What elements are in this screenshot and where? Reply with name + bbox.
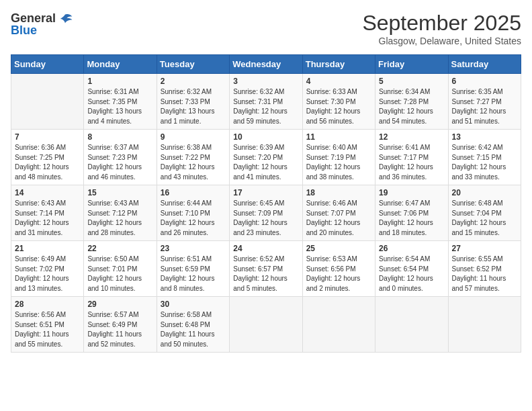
day-number: 30	[161, 300, 226, 309]
day-number: 12	[379, 132, 444, 142]
day-info: Sunrise: 6:55 AMSunset: 6:52 PMDaylight:…	[452, 255, 517, 293]
day-info: Sunrise: 6:34 AMSunset: 7:28 PMDaylight:…	[379, 87, 444, 126]
day-number: 8	[87, 132, 152, 142]
day-number: 23	[161, 244, 226, 253]
calendar-cell: 10Sunrise: 6:39 AMSunset: 7:20 PMDayligh…	[230, 130, 302, 185]
day-number: 24	[233, 244, 298, 253]
day-info: Sunrise: 6:47 AMSunset: 7:06 PMDaylight:…	[379, 199, 444, 238]
day-info: Sunrise: 6:51 AMSunset: 6:59 PMDaylight:…	[161, 255, 226, 293]
calendar-cell: 19Sunrise: 6:47 AMSunset: 7:06 PMDayligh…	[375, 185, 448, 241]
day-info: Sunrise: 6:31 AMSunset: 7:35 PMDaylight:…	[87, 87, 152, 126]
logo: General Blue	[11, 11, 73, 38]
day-info: Sunrise: 6:58 AMSunset: 6:48 PMDaylight:…	[161, 310, 226, 349]
calendar-cell	[448, 297, 521, 353]
calendar-cell: 11Sunrise: 6:40 AMSunset: 7:19 PMDayligh…	[302, 130, 375, 185]
day-number: 19	[379, 188, 444, 197]
day-number: 11	[306, 132, 371, 142]
logo-bird-icon	[57, 11, 73, 27]
calendar-cell: 29Sunrise: 6:57 AMSunset: 6:49 PMDayligh…	[84, 297, 157, 353]
day-info: Sunrise: 6:42 AMSunset: 7:15 PMDaylight:…	[452, 143, 517, 182]
calendar-cell	[230, 297, 302, 353]
calendar-cell: 1Sunrise: 6:31 AMSunset: 7:35 PMDaylight…	[84, 74, 157, 130]
day-info: Sunrise: 6:45 AMSunset: 7:09 PMDaylight:…	[233, 199, 298, 238]
calendar-cell: 18Sunrise: 6:46 AMSunset: 7:07 PMDayligh…	[302, 185, 375, 241]
calendar-week-row: 21Sunrise: 6:49 AMSunset: 7:02 PMDayligh…	[11, 241, 521, 297]
day-number: 5	[379, 77, 444, 86]
calendar-header-row: SundayMondayTuesdayWednesdayThursdayFrid…	[11, 55, 521, 74]
day-info: Sunrise: 6:43 AMSunset: 7:14 PMDaylight:…	[15, 199, 80, 238]
calendar-header-monday: Monday	[84, 55, 157, 74]
day-number: 15	[87, 188, 152, 197]
calendar-cell	[11, 74, 84, 130]
calendar-cell: 23Sunrise: 6:51 AMSunset: 6:59 PMDayligh…	[157, 241, 229, 297]
day-info: Sunrise: 6:50 AMSunset: 7:01 PMDaylight:…	[87, 255, 152, 293]
day-number: 22	[87, 244, 152, 253]
day-number: 14	[15, 188, 80, 197]
calendar-cell: 7Sunrise: 6:36 AMSunset: 7:25 PMDaylight…	[11, 130, 84, 185]
calendar-cell: 8Sunrise: 6:37 AMSunset: 7:23 PMDaylight…	[84, 130, 157, 185]
day-info: Sunrise: 6:37 AMSunset: 7:23 PMDaylight:…	[87, 143, 152, 182]
calendar-cell: 4Sunrise: 6:33 AMSunset: 7:30 PMDaylight…	[302, 74, 375, 130]
calendar-header-friday: Friday	[375, 55, 448, 74]
day-info: Sunrise: 6:54 AMSunset: 6:54 PMDaylight:…	[379, 255, 444, 293]
location: Glasgow, Delaware, United States	[362, 36, 521, 46]
calendar-cell: 25Sunrise: 6:53 AMSunset: 6:56 PMDayligh…	[302, 241, 375, 297]
day-info: Sunrise: 6:57 AMSunset: 6:49 PMDaylight:…	[87, 310, 152, 349]
day-info: Sunrise: 6:35 AMSunset: 7:27 PMDaylight:…	[452, 87, 517, 126]
calendar-cell: 28Sunrise: 6:56 AMSunset: 6:51 PMDayligh…	[11, 297, 84, 353]
day-info: Sunrise: 6:32 AMSunset: 7:33 PMDaylight:…	[161, 87, 226, 126]
day-info: Sunrise: 6:56 AMSunset: 6:51 PMDaylight:…	[15, 310, 80, 349]
calendar-cell: 20Sunrise: 6:48 AMSunset: 7:04 PMDayligh…	[448, 185, 521, 241]
day-info: Sunrise: 6:46 AMSunset: 7:07 PMDaylight:…	[306, 199, 371, 238]
calendar-header-sunday: Sunday	[11, 55, 84, 74]
calendar-week-row: 28Sunrise: 6:56 AMSunset: 6:51 PMDayligh…	[11, 297, 521, 353]
calendar-cell: 6Sunrise: 6:35 AMSunset: 7:27 PMDaylight…	[448, 74, 521, 130]
day-number: 6	[452, 77, 517, 86]
day-number: 27	[452, 244, 517, 253]
day-number: 16	[161, 188, 226, 197]
day-info: Sunrise: 6:40 AMSunset: 7:19 PMDaylight:…	[306, 143, 371, 182]
calendar-cell: 30Sunrise: 6:58 AMSunset: 6:48 PMDayligh…	[157, 297, 229, 353]
day-number: 7	[15, 132, 80, 142]
calendar-cell: 12Sunrise: 6:41 AMSunset: 7:17 PMDayligh…	[375, 130, 448, 185]
day-number: 28	[15, 300, 80, 309]
calendar-cell	[302, 297, 375, 353]
day-info: Sunrise: 6:43 AMSunset: 7:12 PMDaylight:…	[87, 199, 152, 238]
day-info: Sunrise: 6:36 AMSunset: 7:25 PMDaylight:…	[15, 143, 80, 182]
calendar-cell: 2Sunrise: 6:32 AMSunset: 7:33 PMDaylight…	[157, 74, 229, 130]
day-info: Sunrise: 6:53 AMSunset: 6:56 PMDaylight:…	[306, 255, 371, 293]
calendar-cell	[375, 297, 448, 353]
day-number: 18	[306, 188, 371, 197]
day-number: 9	[161, 132, 226, 142]
day-number: 2	[161, 77, 226, 86]
day-info: Sunrise: 6:38 AMSunset: 7:22 PMDaylight:…	[161, 143, 226, 182]
calendar-cell: 16Sunrise: 6:44 AMSunset: 7:10 PMDayligh…	[157, 185, 229, 241]
calendar-table: SundayMondayTuesdayWednesdayThursdayFrid…	[11, 54, 521, 353]
day-info: Sunrise: 6:33 AMSunset: 7:30 PMDaylight:…	[306, 87, 371, 126]
day-number: 13	[452, 132, 517, 142]
calendar-header-tuesday: Tuesday	[157, 55, 229, 74]
calendar-cell: 14Sunrise: 6:43 AMSunset: 7:14 PMDayligh…	[11, 185, 84, 241]
day-info: Sunrise: 6:41 AMSunset: 7:17 PMDaylight:…	[379, 143, 444, 182]
calendar-cell: 24Sunrise: 6:52 AMSunset: 6:57 PMDayligh…	[230, 241, 302, 297]
month-title: September 2025	[362, 11, 521, 36]
day-number: 25	[306, 244, 371, 253]
calendar-header-saturday: Saturday	[448, 55, 521, 74]
calendar-week-row: 1Sunrise: 6:31 AMSunset: 7:35 PMDaylight…	[11, 74, 521, 130]
day-number: 10	[233, 132, 298, 142]
day-info: Sunrise: 6:49 AMSunset: 7:02 PMDaylight:…	[15, 255, 80, 293]
calendar-cell: 26Sunrise: 6:54 AMSunset: 6:54 PMDayligh…	[375, 241, 448, 297]
calendar-cell: 22Sunrise: 6:50 AMSunset: 7:01 PMDayligh…	[84, 241, 157, 297]
day-info: Sunrise: 6:48 AMSunset: 7:04 PMDaylight:…	[452, 199, 517, 238]
day-number: 29	[87, 300, 152, 309]
calendar-cell: 17Sunrise: 6:45 AMSunset: 7:09 PMDayligh…	[230, 185, 302, 241]
calendar-week-row: 7Sunrise: 6:36 AMSunset: 7:25 PMDaylight…	[11, 130, 521, 185]
calendar-cell: 15Sunrise: 6:43 AMSunset: 7:12 PMDayligh…	[84, 185, 157, 241]
calendar-cell: 21Sunrise: 6:49 AMSunset: 7:02 PMDayligh…	[11, 241, 84, 297]
calendar-cell: 5Sunrise: 6:34 AMSunset: 7:28 PMDaylight…	[375, 74, 448, 130]
day-info: Sunrise: 6:52 AMSunset: 6:57 PMDaylight:…	[233, 255, 298, 293]
calendar-cell: 13Sunrise: 6:42 AMSunset: 7:15 PMDayligh…	[448, 130, 521, 185]
day-number: 4	[306, 77, 371, 86]
day-number: 1	[87, 77, 152, 86]
day-info: Sunrise: 6:39 AMSunset: 7:20 PMDaylight:…	[233, 143, 298, 182]
